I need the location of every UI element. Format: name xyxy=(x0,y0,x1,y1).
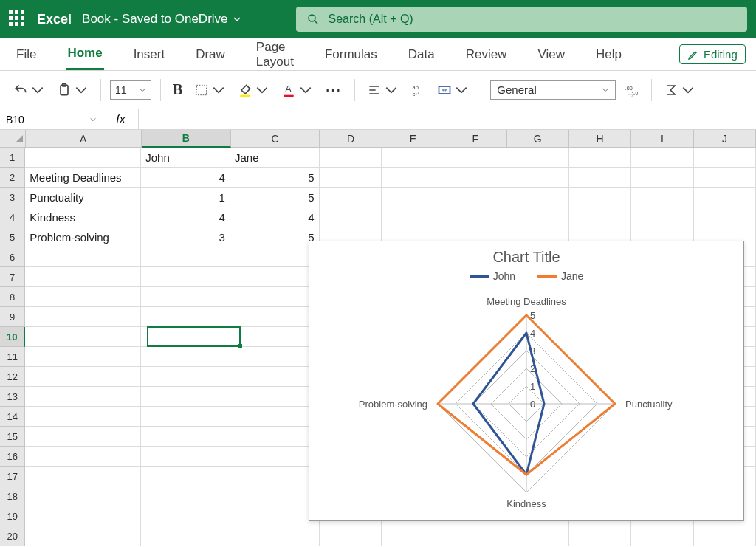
cell-B8[interactable] xyxy=(141,287,230,307)
cell-D3[interactable] xyxy=(320,188,382,207)
tab-formulas[interactable]: Formulas xyxy=(323,40,379,69)
cell-A6[interactable] xyxy=(25,247,141,267)
cell-A2[interactable]: Meeting Deadlines xyxy=(25,168,141,188)
app-launcher-icon[interactable] xyxy=(9,10,27,28)
undo-button[interactable] xyxy=(10,80,48,100)
cell-B7[interactable] xyxy=(141,267,230,287)
cell-G2[interactable] xyxy=(506,168,568,188)
cell-I4[interactable] xyxy=(631,207,693,227)
cell-D20[interactable] xyxy=(320,526,382,546)
row-header-20[interactable]: 20 xyxy=(0,526,25,546)
column-header-I[interactable]: I xyxy=(631,130,693,148)
cell-B5[interactable]: 3 xyxy=(141,227,230,247)
cell-C14[interactable] xyxy=(230,407,320,427)
cell-B16[interactable] xyxy=(141,447,230,467)
cell-C18[interactable] xyxy=(230,486,320,506)
cell-C11[interactable] xyxy=(230,347,320,367)
cell-C3[interactable]: 5 xyxy=(230,188,320,207)
cell-A3[interactable]: Punctuality xyxy=(25,188,141,207)
document-title[interactable]: Book - Saved to OneDrive xyxy=(82,12,241,27)
cell-J4[interactable] xyxy=(694,207,756,227)
cell-E4[interactable] xyxy=(382,207,444,227)
cell-C15[interactable] xyxy=(230,427,320,447)
cell-A11[interactable] xyxy=(25,347,141,367)
tab-data[interactable]: Data xyxy=(407,40,436,69)
cell-E2[interactable] xyxy=(382,168,444,188)
spreadsheet-grid[interactable]: ABCDEFGHIJ 1JohnJane2Meeting Deadlines45… xyxy=(0,130,756,547)
tab-home[interactable]: Home xyxy=(66,38,103,70)
cell-G1[interactable] xyxy=(506,148,568,168)
more-font-options-button[interactable]: ⋯ xyxy=(322,80,346,100)
cell-C5[interactable]: 5 xyxy=(230,227,320,247)
merge-button[interactable] xyxy=(434,80,472,100)
cell-C4[interactable]: 4 xyxy=(230,207,320,227)
tab-view[interactable]: View xyxy=(536,40,566,69)
row-header-9[interactable]: 9 xyxy=(0,307,25,327)
cell-A19[interactable] xyxy=(25,506,141,526)
cell-I2[interactable] xyxy=(631,168,693,188)
cell-J1[interactable] xyxy=(694,148,756,168)
row-header-4[interactable]: 4 xyxy=(0,207,25,227)
cell-J3[interactable] xyxy=(694,188,756,207)
cell-B17[interactable] xyxy=(141,467,230,486)
chart-title[interactable]: Chart Title xyxy=(309,249,743,266)
row-header-2[interactable]: 2 xyxy=(0,168,25,188)
row-header-3[interactable]: 3 xyxy=(0,188,25,207)
column-header-C[interactable]: C xyxy=(231,130,320,148)
column-header-B[interactable]: B xyxy=(142,130,231,148)
tab-review[interactable]: Review xyxy=(464,40,509,69)
column-header-D[interactable]: D xyxy=(320,130,382,148)
cell-E1[interactable] xyxy=(382,148,444,168)
column-header-A[interactable]: A xyxy=(26,130,142,148)
cell-F1[interactable] xyxy=(444,148,506,168)
row-header-11[interactable]: 11 xyxy=(0,347,25,367)
cell-A14[interactable] xyxy=(25,407,141,427)
cell-A20[interactable] xyxy=(25,526,141,546)
cell-D4[interactable] xyxy=(320,207,382,227)
cell-C16[interactable] xyxy=(230,447,320,467)
cell-H20[interactable] xyxy=(569,526,631,546)
cell-G4[interactable] xyxy=(506,207,568,227)
cell-A17[interactable] xyxy=(25,467,141,486)
cell-B4[interactable]: 4 xyxy=(141,207,230,227)
cell-B6[interactable] xyxy=(141,247,230,267)
column-header-G[interactable]: G xyxy=(507,130,569,148)
cell-H2[interactable] xyxy=(569,168,631,188)
row-header-12[interactable]: 12 xyxy=(0,367,25,387)
autosum-button[interactable] xyxy=(661,80,698,100)
fill-handle[interactable] xyxy=(238,344,242,348)
column-header-F[interactable]: F xyxy=(444,130,506,148)
cell-B10[interactable] xyxy=(141,327,230,347)
cell-C19[interactable] xyxy=(230,506,320,526)
cell-C17[interactable] xyxy=(230,467,320,486)
fill-color-button[interactable] xyxy=(235,80,272,100)
row-header-17[interactable]: 17 xyxy=(0,467,25,486)
cell-B1[interactable]: John xyxy=(141,148,230,168)
cell-D2[interactable] xyxy=(320,168,382,188)
column-header-J[interactable]: J xyxy=(694,130,756,148)
tab-draw[interactable]: Draw xyxy=(194,40,227,69)
cell-C20[interactable] xyxy=(230,526,320,546)
cell-G3[interactable] xyxy=(506,188,568,207)
align-button[interactable] xyxy=(364,80,402,100)
cell-I20[interactable] xyxy=(631,526,693,546)
row-header-5[interactable]: 5 xyxy=(0,227,25,247)
chart-legend[interactable]: JohnJane xyxy=(309,270,743,282)
tab-page-layout[interactable]: Page Layout xyxy=(255,32,295,77)
cell-B3[interactable]: 1 xyxy=(141,188,230,207)
cell-F2[interactable] xyxy=(444,168,506,188)
name-box[interactable]: B10 xyxy=(0,109,103,129)
cell-B11[interactable] xyxy=(141,347,230,367)
cell-A12[interactable] xyxy=(25,367,141,387)
cell-A4[interactable]: Kindness xyxy=(25,207,141,227)
cell-A9[interactable] xyxy=(25,307,141,327)
font-color-button[interactable]: A xyxy=(278,80,316,100)
cell-E20[interactable] xyxy=(382,526,444,546)
row-header-7[interactable]: 7 xyxy=(0,267,25,287)
row-header-19[interactable]: 19 xyxy=(0,506,25,526)
cell-A18[interactable] xyxy=(25,486,141,506)
cell-A15[interactable] xyxy=(25,427,141,447)
cell-B18[interactable] xyxy=(141,486,230,506)
cell-A1[interactable] xyxy=(25,148,141,168)
legend-item-jane[interactable]: Jane xyxy=(537,270,583,282)
